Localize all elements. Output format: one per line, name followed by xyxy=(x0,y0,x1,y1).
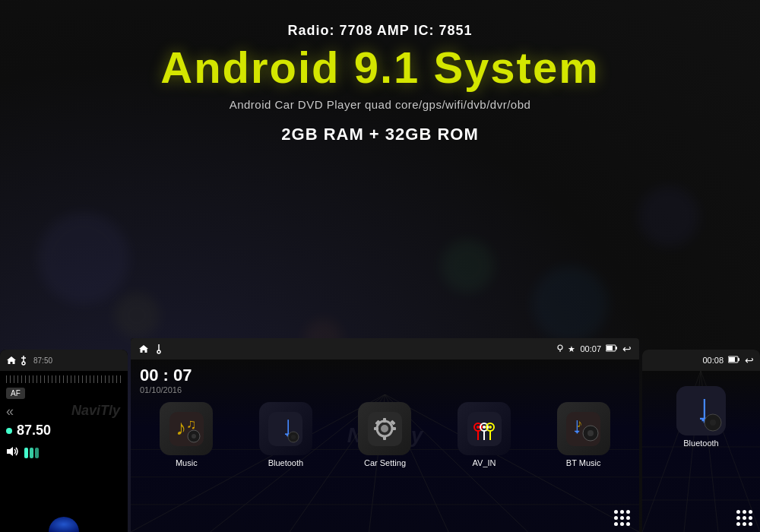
svg-point-43 xyxy=(477,426,480,429)
carsetting-icon-img xyxy=(358,402,411,455)
svg-rect-41 xyxy=(467,412,502,446)
svg-point-31 xyxy=(291,435,296,439)
main-time-display: 00 : 07 xyxy=(140,366,630,385)
right-app-area: ⭣ Bluetooth xyxy=(642,371,760,448)
carsetting-label: Car Setting xyxy=(364,458,406,467)
svg-rect-37 xyxy=(374,427,378,430)
top-section: Radio: 7708 AMP IC: 7851 Android 9.1 Sys… xyxy=(0,23,760,144)
main-date-display: 01/10/2016 xyxy=(140,385,630,394)
ram-rom-label: 2GB RAM + 32GB ROM xyxy=(0,125,760,144)
af-row: AF xyxy=(6,388,122,399)
volume-dots xyxy=(24,448,39,458)
screens-container: 87:50 AF NaviTly « 87.50 xyxy=(0,334,760,532)
bluetooth-right-label: Bluetooth xyxy=(683,439,718,448)
android-title: Android 9.1 System xyxy=(0,43,760,92)
usb-icon xyxy=(20,355,27,366)
app-car-setting[interactable]: Car Setting xyxy=(358,402,411,467)
svg-point-7 xyxy=(157,350,160,353)
svg-point-34 xyxy=(381,425,388,432)
svg-marker-5 xyxy=(139,345,148,353)
right-status-bar: 00:08 ↩ xyxy=(642,350,760,371)
left-bottom-indicator xyxy=(49,517,79,532)
avin-label: AV_IN xyxy=(473,458,496,467)
bokeh-4 xyxy=(532,266,608,342)
svg-point-8 xyxy=(558,345,562,350)
svg-point-69 xyxy=(710,420,716,426)
music-label: Music xyxy=(176,458,198,467)
radio-label: Radio: 7708 AMP IC: 7851 xyxy=(0,23,760,39)
svg-marker-4 xyxy=(7,447,13,456)
main-info: 00 : 07 01/10/2016 xyxy=(131,359,639,394)
btmusic-icon-img: ⭣ ♪ xyxy=(557,402,610,455)
bokeh-3 xyxy=(114,293,160,338)
svg-rect-12 xyxy=(616,347,617,350)
right-battery xyxy=(728,356,740,365)
main-usb-icon xyxy=(155,344,163,354)
svg-marker-0 xyxy=(7,356,16,364)
right-time: 00:08 xyxy=(702,356,724,365)
bokeh-1 xyxy=(38,213,129,304)
volume-row xyxy=(6,446,122,459)
bt-icon: ★ xyxy=(568,344,575,354)
bokeh-2 xyxy=(638,186,699,247)
left-status-bar: 87:50 xyxy=(0,350,128,371)
music-icon-img: ♪ ♫ xyxy=(160,402,213,455)
svg-text:♪: ♪ xyxy=(176,416,186,439)
dots-grid-right[interactable] xyxy=(736,510,752,526)
svg-point-3 xyxy=(22,362,25,365)
svg-text:♫: ♫ xyxy=(186,416,197,432)
location-icon xyxy=(557,344,563,353)
bokeh-6 xyxy=(441,239,494,293)
watermark-left: NaviTly xyxy=(71,403,120,419)
svg-point-27 xyxy=(192,434,196,439)
app-bluetooth-right[interactable]: ⭣ Bluetooth xyxy=(676,386,726,448)
svg-rect-35 xyxy=(383,418,386,423)
freq-bar xyxy=(6,375,122,383)
freq-dot xyxy=(6,428,12,434)
svg-rect-58 xyxy=(738,358,739,361)
right-content: ⭣ Bluetooth xyxy=(642,371,760,532)
radio-content: AF NaviTly « 87.50 xyxy=(0,371,128,464)
battery-icon xyxy=(606,344,618,353)
app-avin[interactable]: AV_IN xyxy=(458,402,511,467)
svg-rect-36 xyxy=(383,435,386,440)
freq-row: 87.50 xyxy=(6,423,122,439)
svg-point-47 xyxy=(489,426,492,429)
svg-rect-11 xyxy=(606,346,613,350)
right-back[interactable]: ↩ xyxy=(745,354,754,366)
btmusic-label: BT Music xyxy=(566,458,601,467)
avin-icon-img xyxy=(458,402,511,455)
svg-rect-38 xyxy=(391,427,396,430)
screen-main-inner: 00 : 07 01/10/2016 xyxy=(131,359,639,532)
svg-point-54 xyxy=(587,430,594,436)
app-btmusic[interactable]: ⭣ ♪ BT Music xyxy=(557,402,610,467)
main-time: 00:07 xyxy=(580,344,601,353)
status-left xyxy=(138,344,163,354)
app-area: NaviTly ♪ ♫ xyxy=(131,394,639,532)
screen-right: 00:08 ↩ xyxy=(642,350,760,532)
screen-left: 87:50 AF NaviTly « 87.50 xyxy=(0,350,128,532)
svg-rect-57 xyxy=(729,357,735,362)
home-icon xyxy=(6,356,17,365)
bluetooth-icon-img: ⭣ xyxy=(259,402,312,455)
status-right: ★ 00:07 ↩ xyxy=(557,343,632,355)
app-bluetooth[interactable]: ⭣ Bluetooth xyxy=(259,402,312,467)
screen-main: ★ 00:07 ↩ 00 : 07 01/10/2016 xyxy=(131,338,639,532)
back-icon[interactable]: ↩ xyxy=(622,343,632,355)
af-button[interactable]: AF xyxy=(6,388,25,399)
subtitle: Android Car DVD Player quad core/gps/wif… xyxy=(0,98,760,111)
freq-number: 87.50 xyxy=(17,423,51,439)
volume-icon xyxy=(6,446,20,459)
main-status-bar: ★ 00:07 ↩ xyxy=(131,338,639,359)
app-icons-row: ♪ ♫ Music xyxy=(131,394,639,475)
app-music[interactable]: ♪ ♫ Music xyxy=(160,402,213,467)
svg-text:♪: ♪ xyxy=(577,417,582,429)
main-home-icon xyxy=(138,344,149,353)
dots-grid-main[interactable] xyxy=(614,510,630,526)
bluetooth-label: Bluetooth xyxy=(268,458,303,467)
left-freq-tag: 87:50 xyxy=(33,356,52,365)
svg-point-45 xyxy=(483,426,486,429)
bluetooth-right-icon-img: ⭣ xyxy=(676,386,726,435)
